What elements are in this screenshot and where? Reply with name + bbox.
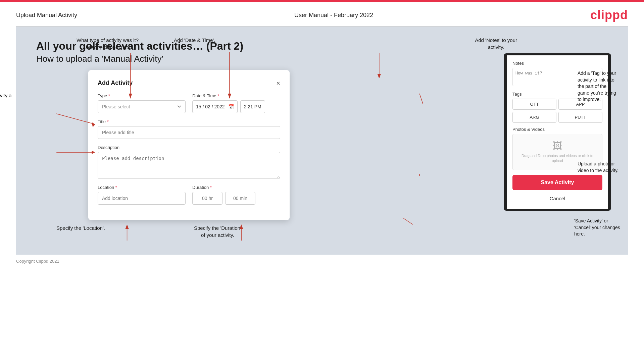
annotation-activity-type: What type of activity was it?Lesson, Chi…: [77, 37, 139, 51]
title-label: Title *: [98, 119, 280, 124]
footer: Copyright Clippd 2021: [0, 255, 644, 268]
title-input[interactable]: [98, 126, 280, 139]
annotation-duration: Specify the 'Duration'of your activity.: [194, 224, 241, 239]
location-group: Location *: [98, 185, 186, 205]
svg-line-14: [419, 94, 423, 104]
svg-line-16: [403, 218, 413, 224]
title-row: Title *: [98, 119, 280, 139]
calendar-icon: 📅: [228, 104, 234, 109]
footer-text: Copyright Clippd 2021: [16, 259, 59, 264]
description-label: Description: [98, 145, 280, 150]
location-input[interactable]: [98, 192, 186, 205]
dialog-header: Add Activity ×: [98, 80, 280, 87]
duration-min-input[interactable]: [225, 192, 255, 205]
annotation-save-cancel: 'Save Activity' or'Cancel' your changesh…: [574, 218, 644, 238]
svg-line-4: [56, 114, 93, 124]
close-button[interactable]: ×: [276, 80, 280, 87]
time-value: 2:21 PM: [244, 104, 261, 109]
header-left-title: Upload Manual Activity: [16, 12, 77, 19]
header-center-title: User Manual - February 2022: [294, 12, 373, 19]
annotation-upload: Upload a photo orvideo to the activity.: [578, 161, 644, 174]
annotation-date-time: Add 'Date & Time'.: [174, 37, 215, 44]
dialog-title: Add Activity: [98, 80, 133, 87]
description-row: Description: [98, 145, 280, 179]
save-activity-button[interactable]: Save Activity: [512, 175, 602, 190]
duration-label: Duration *: [192, 185, 280, 190]
duration-hr-input[interactable]: [192, 192, 222, 205]
description-input[interactable]: [98, 152, 280, 179]
duration-inputs: [192, 192, 280, 205]
duration-group: Duration *: [192, 185, 280, 205]
type-group: Type * Please select: [98, 93, 186, 113]
location-label: Location *: [98, 185, 186, 190]
cancel-button[interactable]: Cancel: [512, 194, 602, 203]
header: Upload Manual Activity User Manual - Feb…: [0, 2, 644, 26]
annotation-location: Specify the 'Location'.: [56, 224, 105, 231]
datetime-group: Date & Time * 15 / 02 / 2022 📅 2:21 PM: [192, 93, 280, 113]
title-group: Title *: [98, 119, 280, 139]
annotation-title: Give your activity a'Title'.: [0, 92, 12, 106]
tag-putt[interactable]: PUTT: [558, 112, 602, 123]
datetime-label: Date & Time *: [192, 93, 280, 98]
main-content: All your golf-relevant activities… (Part…: [16, 27, 628, 255]
upload-icon: 🖼: [516, 140, 599, 151]
date-input[interactable]: 15 / 02 / 2022 📅: [192, 100, 238, 113]
description-group: Description: [98, 145, 280, 179]
svg-marker-13: [378, 74, 381, 79]
type-select[interactable]: Please select: [98, 100, 186, 113]
annotation-notes: Add 'Notes' to youractivity.: [475, 37, 517, 51]
type-datetime-row: Type * Please select Date & Time * 15 / …: [98, 93, 280, 113]
location-duration-row: Location * Duration *: [98, 185, 280, 205]
svg-marker-9: [126, 224, 129, 229]
annotation-tag: Add a 'Tag' to youractivity to link it t…: [578, 70, 644, 103]
notes-label: Notes: [512, 61, 602, 66]
time-input[interactable]: 2:21 PM: [240, 100, 265, 113]
add-activity-dialog: Add Activity × Type * Please select Date…: [88, 70, 290, 220]
clippd-logo: clippd: [590, 8, 628, 22]
photos-label: Photos & Videos: [512, 127, 602, 132]
date-time-inputs: 15 / 02 / 2022 📅 2:21 PM: [192, 100, 280, 113]
date-value: 15 / 02 / 2022: [196, 104, 225, 109]
tag-arg[interactable]: ARG: [512, 112, 556, 123]
type-label: Type *: [98, 93, 186, 98]
tag-ott[interactable]: OTT: [512, 99, 556, 110]
